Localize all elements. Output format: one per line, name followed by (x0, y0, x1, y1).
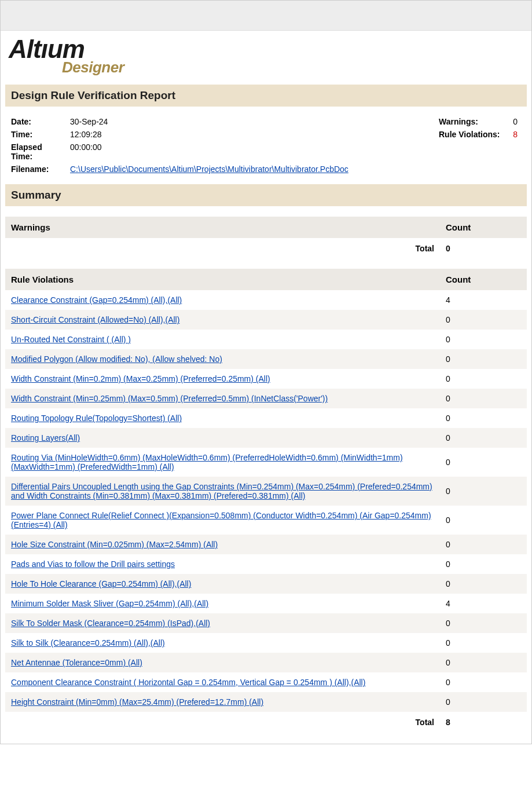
rule-violation-link[interactable]: Clearance Constraint (Gap=0.254mm) (All)… (11, 295, 182, 305)
rule-violation-link[interactable]: Width Constraint (Min=0.2mm) (Max=0.25mm… (11, 374, 270, 383)
rule-violation-count: 0 (440, 613, 527, 633)
rule-violation-count: 0 (440, 408, 527, 428)
elapsed-value: 00:00:00 (70, 141, 352, 162)
meta-right: Warnings: 0 Rule Violations: 8 (438, 115, 522, 176)
table-row: Un-Routed Net Constraint ( (All) )0 (5, 330, 527, 349)
violations-header: Rule Violations (5, 269, 440, 290)
warnings-header: Warnings (5, 217, 440, 238)
violations-count-value: 8 (509, 129, 521, 140)
report-container: Altıum Designer Design Rule Verification… (0, 0, 532, 744)
rule-violation-count: 0 (440, 349, 527, 369)
rule-violation-link[interactable]: Silk To Solder Mask (Clearance=0.254mm) … (11, 619, 210, 628)
rule-violation-link[interactable]: Routing Layers(All) (11, 433, 80, 442)
table-row: Hole To Hole Clearance (Gap=0.254mm) (Al… (5, 574, 527, 594)
rule-violation-link[interactable]: Silk to Silk (Clearance=0.254mm) (All),(… (11, 638, 165, 648)
summary-title: Summary (5, 184, 527, 206)
table-row: Height Constraint (Min=0mm) (Max=25.4mm)… (5, 692, 527, 712)
table-row: Width Constraint (Min=0.2mm) (Max=0.25mm… (5, 369, 527, 389)
warnings-count-header: Count (440, 217, 527, 238)
table-row: Short-Circuit Constraint (Allowed=No) (A… (5, 310, 527, 330)
table-row: Routing Topology Rule(Topology=Shortest)… (5, 408, 527, 428)
table-row: Net Antennae (Tolerance=0mm) (All)0 (5, 653, 527, 672)
rule-violation-count: 0 (440, 535, 527, 554)
table-row: Power Plane Connect Rule(Relief Connect … (5, 506, 527, 535)
table-row: Silk To Solder Mask (Clearance=0.254mm) … (5, 613, 527, 633)
rule-violation-count: 4 (440, 594, 527, 613)
report-title: Design Rule Verification Report (5, 85, 527, 107)
table-row: Pads and Vias to follow the Drill pairs … (5, 554, 527, 574)
rule-violation-count: 0 (440, 633, 527, 653)
table-row: Clearance Constraint (Gap=0.254mm) (All)… (5, 290, 527, 310)
rule-violation-count: 0 (440, 428, 527, 448)
time-value: 12:09:28 (70, 129, 352, 140)
rule-violation-link[interactable]: Width Constraint (Min=0.25mm) (Max=0.5mm… (11, 394, 328, 403)
rule-violation-count: 0 (440, 369, 527, 389)
rule-violation-link[interactable]: Short-Circuit Constraint (Allowed=No) (A… (11, 315, 179, 324)
table-row: Silk to Silk (Clearance=0.254mm) (All),(… (5, 633, 527, 653)
report-metadata: Date: 30-Sep-24 Time: 12:09:28 Elapsed T… (5, 107, 527, 182)
date-value: 30-Sep-24 (70, 116, 352, 127)
logo-block: Altıum Designer (5, 36, 527, 82)
rule-violation-count: 0 (440, 330, 527, 349)
warnings-count-label: Warnings: (439, 116, 508, 127)
warnings-total-label: Total (5, 238, 440, 258)
table-row: Modified Polygon (Allow modified: No), (… (5, 349, 527, 369)
table-row: Component Clearance Constraint ( Horizon… (5, 672, 527, 692)
rule-violation-count: 0 (440, 506, 527, 535)
warnings-total-value: 0 (440, 238, 527, 258)
table-row: Differential Pairs Uncoupled Length usin… (5, 477, 527, 506)
meta-left: Date: 30-Sep-24 Time: 12:09:28 Elapsed T… (10, 115, 353, 176)
violations-total-value: 8 (440, 712, 527, 732)
rule-violation-link[interactable]: Pads and Vias to follow the Drill pairs … (11, 559, 175, 569)
time-label: Time: (11, 129, 69, 140)
report-content: Altıum Designer Design Rule Verification… (1, 31, 531, 744)
rule-violation-link[interactable]: Differential Pairs Uncoupled Length usin… (11, 482, 432, 500)
rule-violation-count: 0 (440, 574, 527, 594)
table-row: Routing Via (MinHoleWidth=0.6mm) (MaxHol… (5, 448, 527, 477)
rule-violation-count: 0 (440, 389, 527, 408)
elapsed-label: Elapsed Time: (11, 141, 69, 162)
rule-violation-count: 0 (440, 310, 527, 330)
rule-violation-link[interactable]: Hole Size Constraint (Min=0.025mm) (Max=… (11, 540, 218, 549)
rule-violation-link[interactable]: Routing Topology Rule(Topology=Shortest)… (11, 414, 182, 423)
rule-violation-link[interactable]: Component Clearance Constraint ( Horizon… (11, 678, 365, 687)
rule-violation-link[interactable]: Height Constraint (Min=0mm) (Max=25.4mm)… (11, 697, 263, 707)
table-row: Routing Layers(All)0 (5, 428, 527, 448)
rule-violation-link[interactable]: Un-Routed Net Constraint ( (All) ) (11, 335, 131, 344)
date-label: Date: (11, 116, 69, 127)
violations-count-header: Count (440, 269, 527, 290)
warnings-count-value: 0 (509, 116, 521, 127)
rule-violation-count: 0 (440, 448, 527, 477)
rule-violation-count: 4 (440, 290, 527, 310)
rule-violation-count: 0 (440, 672, 527, 692)
rule-violation-count: 0 (440, 692, 527, 712)
table-row: Minimum Solder Mask Sliver (Gap=0.254mm)… (5, 594, 527, 613)
rule-violation-link[interactable]: Power Plane Connect Rule(Relief Connect … (11, 511, 431, 529)
logo-product: Designer (62, 58, 527, 76)
gray-topbar (1, 1, 531, 31)
rule-violation-link[interactable]: Net Antennae (Tolerance=0mm) (All) (11, 658, 142, 667)
violations-count-label: Rule Violations: (439, 129, 508, 140)
violations-table: Rule Violations Count Clearance Constrai… (5, 269, 527, 732)
rule-violation-link[interactable]: Hole To Hole Clearance (Gap=0.254mm) (Al… (11, 579, 191, 588)
rule-violation-count: 0 (440, 653, 527, 672)
rule-violation-link[interactable]: Modified Polygon (Allow modified: No), (… (11, 354, 222, 364)
violations-total-label: Total (5, 712, 440, 732)
table-row: Hole Size Constraint (Min=0.025mm) (Max=… (5, 535, 527, 554)
rule-violation-link[interactable]: Routing Via (MinHoleWidth=0.6mm) (MaxHol… (11, 453, 403, 471)
table-row: Width Constraint (Min=0.25mm) (Max=0.5mm… (5, 389, 527, 408)
rule-violation-count: 0 (440, 554, 527, 574)
rule-violation-count: 0 (440, 477, 527, 506)
rule-violation-link[interactable]: Minimum Solder Mask Sliver (Gap=0.254mm)… (11, 599, 208, 608)
filename-link[interactable]: C:\Users\Public\Documents\Altium\Project… (70, 164, 348, 174)
filename-label: Filename: (11, 163, 69, 175)
warnings-table: Warnings Count Total 0 (5, 217, 527, 258)
